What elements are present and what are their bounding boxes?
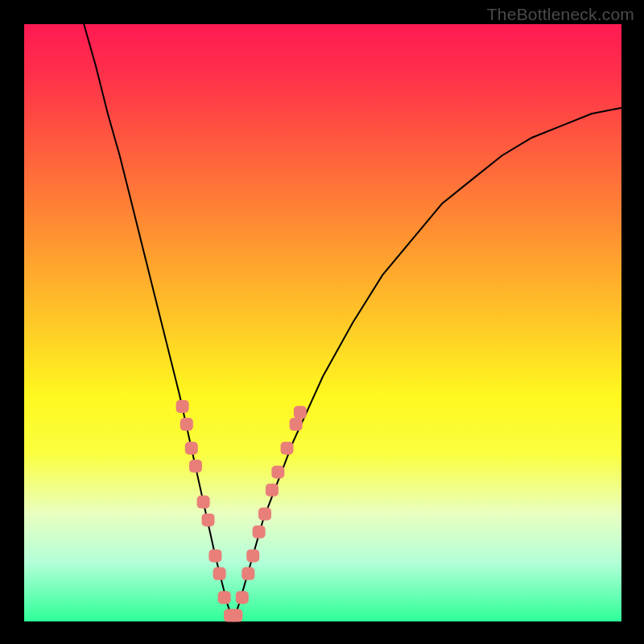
- plot-area: [24, 24, 621, 621]
- marker-point: [253, 526, 266, 539]
- chart-frame: TheBottleneck.com: [0, 0, 644, 644]
- curve-svg: [24, 24, 621, 621]
- marker-point: [185, 442, 198, 455]
- marker-point: [180, 418, 193, 431]
- marker-point: [176, 400, 189, 413]
- marker-point: [189, 460, 202, 473]
- marker-point: [236, 591, 249, 604]
- highlighted-points: [176, 400, 307, 622]
- marker-point: [290, 418, 303, 431]
- marker-point: [271, 466, 284, 479]
- marker-point: [197, 496, 210, 509]
- marker-point: [213, 568, 226, 580]
- marker-point: [208, 549, 221, 562]
- marker-point: [242, 568, 254, 580]
- marker-point: [281, 442, 294, 455]
- marker-point: [258, 507, 271, 520]
- curve-path: [84, 24, 621, 621]
- marker-point: [294, 406, 307, 419]
- marker-point: [266, 484, 279, 497]
- marker-point: [218, 591, 231, 604]
- marker-point: [246, 549, 259, 562]
- marker-point: [229, 609, 242, 622]
- bottleneck-curve: [84, 24, 621, 621]
- watermark-text: TheBottleneck.com: [487, 5, 634, 24]
- marker-point: [202, 514, 215, 526]
